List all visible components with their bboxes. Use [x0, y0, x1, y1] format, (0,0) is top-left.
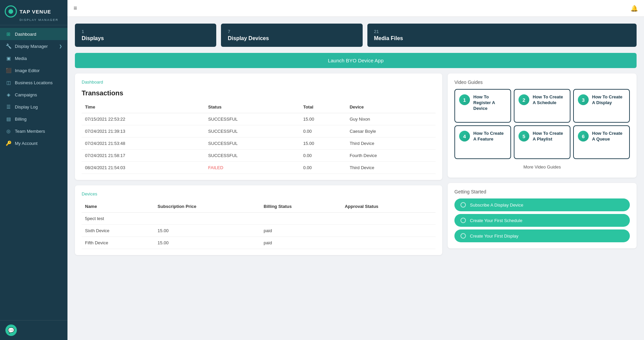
- sidebar-label-media: Media: [15, 56, 27, 61]
- table-row: Sixth Device 15.00 paid: [82, 225, 436, 237]
- stat-media-files[interactable]: 21 Media Files: [367, 24, 637, 47]
- logo-circle: [5, 5, 17, 18]
- col-left: Dashboard Transactions Time Status Total…: [75, 73, 442, 255]
- getting-started-card: Getting Started Subscribe A Display Devi…: [448, 183, 637, 248]
- table-row: 07/24/2021 21:39:13 SUCCESSFUL 0.00 Caes…: [82, 125, 436, 137]
- sidebar-item-campaigns[interactable]: ◈ Campaigns: [0, 89, 67, 101]
- col-total: Total: [300, 102, 346, 113]
- dev-price: 15.00: [154, 237, 260, 249]
- sidebar-label-display-manager: Display Manager: [15, 44, 48, 49]
- video-guide-card[interactable]: 1 How To Register A Device: [454, 89, 511, 123]
- sidebar-label-team-members: Team Members: [15, 129, 45, 134]
- chat-button[interactable]: 💬: [5, 324, 17, 336]
- transactions-card: Dashboard Transactions Time Status Total…: [75, 73, 442, 180]
- launch-byo-button[interactable]: Launch BYO Device App: [75, 53, 637, 68]
- sidebar-item-display-manager[interactable]: 🔧 Display Manager ❯: [0, 40, 67, 52]
- video-guide-card[interactable]: 5 How To Create A Playlist: [514, 125, 570, 159]
- col-name: Name: [82, 201, 154, 213]
- tx-total: 15.00: [300, 113, 346, 125]
- dev-approval: [341, 213, 436, 225]
- tx-device: Caesar Boyle: [346, 125, 436, 137]
- sidebar-nav: ⊞ Dashboard 🔧 Display Manager ❯ ▣ Media …: [0, 25, 67, 320]
- col-billing-status: Billing Status: [260, 201, 341, 213]
- sidebar-item-billing[interactable]: ▤ Billing: [0, 113, 67, 125]
- video-label: How To Register A Device: [473, 94, 506, 112]
- menu-icon[interactable]: ≡: [74, 5, 77, 12]
- getting-started-item[interactable]: Create Your First Schedule: [454, 214, 630, 227]
- sidebar-item-image-editor[interactable]: ⬛ Image Editor: [0, 64, 67, 76]
- dev-billing: paid: [260, 225, 341, 237]
- sidebar-label-campaigns: Campaigns: [15, 92, 37, 97]
- my-account-icon: 🔑: [5, 141, 11, 146]
- col-right: Video Guides 1 How To Register A Device …: [448, 73, 637, 255]
- tx-time: 07/15/2021 22:53:22: [82, 113, 205, 125]
- col-status: Status: [205, 102, 300, 113]
- tx-time: 07/24/2021 21:39:13: [82, 125, 205, 137]
- tx-total: 0.00: [300, 125, 346, 137]
- tx-time: 07/24/2021 21:58:17: [82, 150, 205, 162]
- table-row: 07/24/2021 21:53:48 SUCCESSFUL 15.00 Thi…: [82, 137, 436, 150]
- stat-media-number: 21: [374, 29, 630, 34]
- dev-approval: [341, 225, 436, 237]
- notification-icon[interactable]: 🔔: [631, 5, 638, 12]
- sidebar-item-display-log[interactable]: ☰ Display Log: [0, 101, 67, 113]
- stat-displays-number: 1: [82, 29, 209, 34]
- team-members-icon: ◎: [5, 128, 11, 134]
- two-col-layout: Dashboard Transactions Time Status Total…: [75, 73, 637, 255]
- stat-displays[interactable]: 1 Displays: [75, 24, 216, 47]
- stat-media-label: Media Files: [374, 35, 630, 41]
- dev-price: [154, 213, 260, 225]
- stats-row: 1 Displays 7 Display Devices 21 Media Fi…: [75, 24, 637, 47]
- sidebar-label-dashboard: Dashboard: [15, 32, 36, 37]
- app-name: TAP VENUE: [20, 9, 51, 14]
- devices-card-title: Devices: [82, 191, 436, 196]
- video-label: How To Create A Queue: [592, 131, 625, 142]
- video-num: 1: [459, 94, 470, 105]
- campaigns-icon: ◈: [5, 92, 11, 97]
- sidebar-label-image-editor: Image Editor: [15, 68, 40, 73]
- sidebar-item-business-locations[interactable]: ◫ Business Locations: [0, 76, 67, 89]
- table-row: 5pect test: [82, 213, 436, 225]
- tx-total: 0.00: [300, 150, 346, 162]
- col-device: Device: [346, 102, 436, 113]
- tx-status: SUCCESSFUL: [205, 125, 300, 137]
- sidebar: TAP VENUE DISPLAY MANAGER ⊞ Dashboard 🔧 …: [0, 0, 67, 340]
- sidebar-label-my-account: My Account: [15, 141, 37, 146]
- transactions-title: Transactions: [82, 89, 436, 97]
- video-guide-card[interactable]: 3 How To Create A Display: [573, 89, 630, 123]
- video-guides-title: Video Guides: [454, 80, 630, 85]
- stat-displays-label: Displays: [82, 35, 209, 41]
- more-guides-link[interactable]: More Video Guides: [454, 162, 630, 172]
- image-editor-icon: ⬛: [5, 68, 11, 73]
- business-locations-icon: ◫: [5, 80, 11, 85]
- getting-started-item[interactable]: Create Your First Display: [454, 229, 630, 242]
- sidebar-footer: 💬: [0, 320, 67, 340]
- tx-status: SUCCESSFUL: [205, 113, 300, 125]
- video-guide-card[interactable]: 4 How To Create A Feature: [454, 125, 511, 159]
- video-guide-card[interactable]: 6 How To Create A Queue: [573, 125, 630, 159]
- dev-billing: paid: [260, 237, 341, 249]
- stat-display-devices[interactable]: 7 Display Devices: [221, 24, 362, 47]
- billing-icon: ▤: [5, 116, 11, 122]
- video-label: How To Create A Playlist: [533, 131, 566, 142]
- getting-started-list: Subscribe A Display Device Create Your F…: [454, 198, 630, 242]
- gs-radio: [460, 202, 466, 208]
- getting-started-item[interactable]: Subscribe A Display Device: [454, 198, 630, 211]
- transactions-table: Time Status Total Device 07/15/2021 22:5…: [82, 102, 436, 174]
- dev-approval: [341, 237, 436, 249]
- video-guides-card: Video Guides 1 How To Register A Device …: [448, 73, 637, 178]
- sidebar-item-media[interactable]: ▣ Media: [0, 52, 67, 64]
- tx-device: Third Device: [346, 137, 436, 150]
- video-label: How To Create A Display: [592, 94, 625, 106]
- sidebar-item-dashboard[interactable]: ⊞ Dashboard: [0, 28, 67, 40]
- app-sub: DISPLAY MANAGER: [5, 18, 63, 22]
- tx-status: SUCCESSFUL: [205, 150, 300, 162]
- sidebar-item-my-account[interactable]: 🔑 My Account: [0, 137, 67, 149]
- video-num: 2: [519, 94, 529, 105]
- topbar: ≡ 🔔: [67, 0, 644, 17]
- sidebar-item-team-members[interactable]: ◎ Team Members: [0, 125, 67, 137]
- tx-device: Guy Nixon: [346, 113, 436, 125]
- stat-devices-number: 7: [228, 29, 356, 34]
- video-guide-card[interactable]: 2 How To Create A Schedule: [514, 89, 570, 123]
- devices-card: Devices Name Subscription Price Billing …: [75, 185, 442, 255]
